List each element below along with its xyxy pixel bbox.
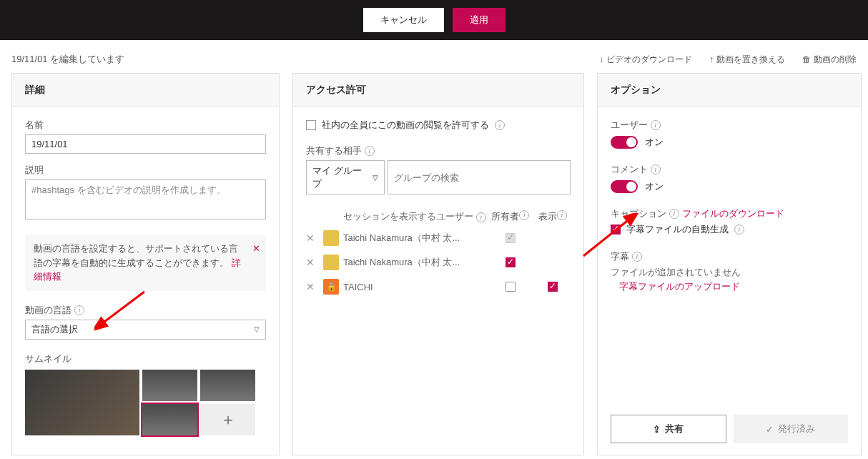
chevron-down-icon: ▽ — [373, 174, 378, 182]
info-icon[interactable]: i — [669, 209, 679, 219]
info-icon[interactable]: i — [519, 210, 529, 220]
remove-user-icon[interactable]: ✕ — [306, 232, 323, 244]
remove-user-icon[interactable]: ✕ — [306, 257, 323, 268]
info-icon[interactable]: i — [651, 120, 661, 130]
info-icon[interactable]: i — [734, 224, 744, 235]
owner-checkbox — [505, 233, 516, 243]
delete-video-action[interactable]: 🗑動画の削除 — [802, 54, 857, 66]
options-heading: オプション — [598, 74, 861, 107]
desc-textarea[interactable] — [25, 179, 266, 219]
published-button: ✓発行済み — [734, 415, 848, 443]
info-icon[interactable]: i — [476, 212, 486, 222]
user-name: Taichi Nakamura（中村 太... — [343, 256, 486, 269]
share-with-label: 共有する相手 — [306, 144, 362, 157]
comment-toggle-state: オン — [645, 180, 664, 193]
user-name: TAICHI — [343, 282, 486, 292]
subtitle-none-text: ファイルが追加されていません — [611, 266, 848, 279]
user-row: ✕Taichi Nakamura（中村 太... — [306, 250, 571, 275]
details-heading: 詳細 — [12, 74, 279, 107]
user-name: Taichi Nakamura（中村 太... — [343, 232, 486, 245]
language-select[interactable]: 言語の選択▽ — [25, 320, 266, 340]
info-icon[interactable]: i — [365, 146, 375, 156]
user-row: ✕Taichi Nakamura（中村 太... — [306, 226, 571, 250]
share-group-select[interactable]: マイ グループ▽ — [306, 160, 385, 194]
unsaved-changes-note: まだ保存されていない変更があります。 — [0, 455, 868, 459]
language-label: 動画の言語 — [25, 304, 71, 317]
remove-user-icon[interactable]: ✕ — [306, 281, 323, 292]
thumbnail-option[interactable] — [142, 370, 197, 401]
user-option-label: ユーザー — [611, 119, 648, 132]
desc-label: 説明 — [25, 164, 266, 177]
info-icon[interactable]: i — [74, 305, 84, 315]
comment-toggle[interactable] — [611, 180, 638, 193]
name-input[interactable] — [25, 134, 266, 154]
editing-status: 19/11/01 を編集しています — [11, 53, 124, 66]
allow-all-label: 社内の全員にこの動画の閲覧を許可する — [322, 119, 489, 132]
upload-icon: ↑ — [709, 54, 714, 64]
language-info-box: 動画の言語を設定すると、サポートされている言語の字幕を自動的に生成することができ… — [25, 235, 266, 291]
thumbnail-add-button[interactable]: ＋ — [200, 404, 255, 435]
trash-icon: 🗑 — [802, 54, 811, 64]
share-search-input[interactable] — [388, 160, 571, 194]
share-icon: ⇪ — [653, 424, 661, 435]
allow-all-checkbox[interactable] — [306, 120, 316, 130]
avatar-icon — [323, 255, 339, 270]
info-icon[interactable]: i — [557, 210, 567, 220]
owner-checkbox[interactable] — [505, 282, 516, 292]
autogen-label: 字幕ファイルの自動生成 — [626, 223, 729, 236]
thumbnail-label: サムネイル — [25, 352, 266, 365]
subtitle-upload-link[interactable]: 字幕ファイルのアップロード — [619, 280, 848, 293]
share-button[interactable]: ⇪共有 — [611, 415, 726, 443]
subtitle-option-label: 字幕 — [611, 250, 629, 263]
name-label: 名前 — [25, 119, 266, 132]
caption-download-link[interactable]: ファイルのダウンロード — [682, 207, 784, 220]
user-toggle[interactable] — [611, 136, 638, 149]
download-icon: ↓ — [599, 54, 603, 64]
thumbnail-main[interactable] — [25, 370, 139, 435]
avatar-icon — [323, 230, 339, 246]
thumbnail-option-selected[interactable] — [142, 404, 197, 435]
permissions-heading: アクセス許可 — [293, 74, 583, 107]
info-icon[interactable]: i — [632, 252, 642, 262]
owner-checkbox[interactable] — [505, 257, 516, 267]
info-icon[interactable]: i — [651, 164, 661, 174]
info-icon[interactable]: i — [495, 120, 505, 130]
check-icon: ✓ — [766, 424, 774, 435]
thumbnail-option[interactable] — [200, 370, 255, 401]
comment-option-label: コメント — [611, 163, 648, 176]
user-toggle-state: オン — [645, 136, 664, 149]
caption-option-label: キャプション — [611, 207, 666, 220]
close-icon[interactable]: ✕ — [252, 242, 260, 256]
lock-icon: 🔒 — [323, 279, 339, 295]
user-row: ✕🔒TAICHI — [306, 275, 571, 299]
download-video-action[interactable]: ↓ビデオのダウンロード — [599, 54, 692, 66]
autogen-checkbox[interactable] — [611, 224, 621, 235]
cancel-button[interactable]: キャンセル — [363, 8, 444, 32]
chevron-down-icon: ▽ — [254, 325, 260, 333]
view-checkbox[interactable] — [548, 282, 558, 292]
apply-button[interactable]: 適用 — [453, 8, 505, 32]
replace-video-action[interactable]: ↑動画を置き換える — [709, 54, 785, 66]
